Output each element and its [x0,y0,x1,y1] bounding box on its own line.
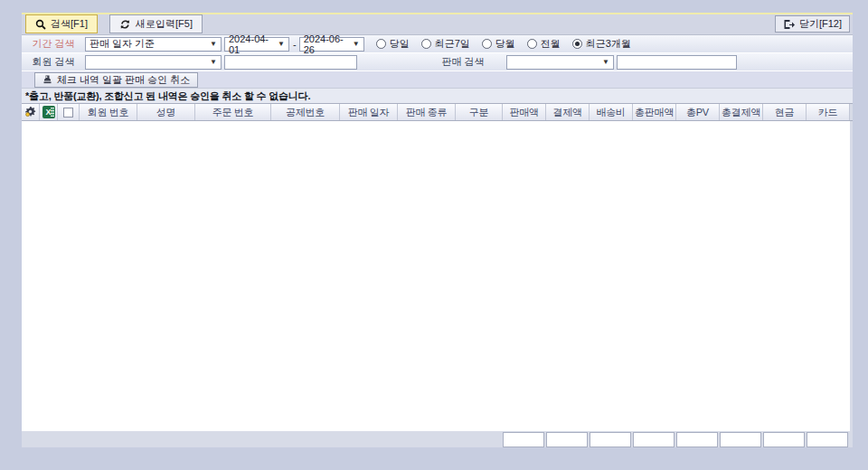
summary-cell [546,432,588,447]
select-all-cell [58,104,80,120]
period-radio-label: 전월 [541,37,561,51]
column-header[interactable]: 회원 번호 [80,104,137,120]
gear-icon [24,105,37,120]
column-header[interactable]: 현금 [763,104,807,120]
column-header[interactable]: 총결제액 [720,104,763,120]
bulk-cancel-approval-button[interactable]: 체크 내역 일괄 판매 승인 취소 [34,72,198,88]
summary-cell [676,432,718,447]
toolbar: 검색[F1] 새로입력[F5] 닫기[F12] [22,13,853,34]
sales-search-label: 판매 검색 [420,55,506,69]
date-from-select[interactable]: 2024-04-01 ▼ [224,37,289,52]
filter-block: 기간 검색 판매 일자 기준 ▼ 2024-04-01 ▼ - 2024-06-… [22,34,853,71]
table-header-columns: 회원 번호성명주문 번호공제번호판매 일자판매 종류구분판매액결제액배송비총판매… [80,104,850,120]
period-radio-2[interactable]: 당월 [482,37,515,51]
new-input-button[interactable]: 새로입력[F5] [109,14,203,33]
column-header[interactable]: 주문 번호 [195,104,271,120]
period-radio-1[interactable]: 최근7일 [421,37,470,51]
column-header[interactable]: 총판매액 [633,104,676,120]
period-radio-4[interactable]: 최근3개월 [572,37,631,51]
date-to-value: 2024-06-26 [304,33,349,55]
main-panel: 검색[F1] 새로입력[F5] 닫기[F12] 기간 검색 판매 일자 기준 ▼… [22,13,853,447]
radio-circle-icon [482,39,492,49]
search-button[interactable]: 검색[F1] [25,14,98,33]
radio-circle-icon [527,39,537,49]
period-radio-0[interactable]: 당일 [376,37,410,51]
search-button-label: 검색[F1] [51,17,88,31]
excel-export-button[interactable]: X [40,104,58,120]
date-from-value: 2024-04-01 [229,33,274,55]
stamp-icon [42,74,52,86]
period-radio-3[interactable]: 전월 [527,37,561,51]
column-header[interactable]: 총PV [676,104,720,120]
radio-circle-icon [572,39,582,49]
summary-cell [633,432,675,447]
member-search-label: 회원 검색 [22,55,85,69]
summary-cell [807,432,848,447]
column-header[interactable]: 공제번호 [271,104,340,120]
chevron-down-icon: ▼ [206,40,217,48]
member-search-select[interactable]: ▼ [85,55,222,70]
column-header[interactable]: 성명 [137,104,195,120]
close-button[interactable]: 닫기[F12] [775,15,850,33]
notice-text: *출고, 반품(교환), 조합신고 된 내역은 승인을 취소 할 수 없습니다. [22,89,310,103]
exit-icon [783,19,795,30]
bulk-cancel-approval-label: 체크 내역 일괄 판매 승인 취소 [57,73,190,87]
chevron-down-icon: ▼ [206,58,217,66]
period-radio-label: 당일 [390,37,410,51]
date-range-separator: - [293,39,297,50]
column-header[interactable]: 결제액 [546,104,590,120]
period-radio-label: 당월 [495,37,515,51]
period-type-select[interactable]: 판매 일자 기준 ▼ [85,37,222,52]
period-search-label: 기간 검색 [22,37,85,51]
chevron-down-icon: ▼ [349,40,360,48]
column-header[interactable]: 판매 일자 [340,104,398,120]
summary-cell [590,432,631,447]
period-radio-group: 당일최근7일당월전월최근3개월 [376,37,631,51]
period-radio-label: 최근3개월 [586,37,631,51]
summary-cell [763,432,805,447]
radio-circle-icon [421,39,431,49]
date-to-select[interactable]: 2024-06-26 ▼ [299,37,364,52]
excel-icon: X [42,106,55,118]
chevron-down-icon: ▼ [274,40,285,48]
select-all-checkbox[interactable] [63,108,73,118]
summary-cell [503,432,544,447]
notice-row: *출고, 반품(교환), 조합신고 된 내역은 승인을 취소 할 수 없습니다. [22,89,853,103]
period-type-value: 판매 일자 기준 [90,37,155,51]
member-search-input[interactable] [224,55,357,70]
sales-search-input[interactable] [617,55,737,70]
chevron-down-icon: ▼ [599,58,609,66]
column-header[interactable]: 구분 [456,104,503,120]
period-filter-row: 기간 검색 판매 일자 기준 ▼ 2024-04-01 ▼ - 2024-06-… [22,35,853,53]
new-input-button-label: 새로입력[F5] [136,17,193,31]
close-button-label: 닫기[F12] [799,17,842,31]
column-header[interactable]: 판매액 [503,104,546,120]
sales-search-select[interactable]: ▼ [506,55,614,70]
column-header[interactable]: 배송비 [590,104,633,120]
period-radio-label: 최근7일 [435,37,470,51]
table-header: X 회원 번호성명주문 번호공제번호판매 일자판매 종류구분판매액결제액배송비총… [22,103,853,121]
member-sales-filter-row: 회원 검색 ▼ 판매 검색 ▼ [22,53,853,71]
radio-circle-icon [376,39,386,49]
column-header[interactable]: 판매 종류 [398,104,456,120]
action-row: 체크 내역 일괄 판매 승인 취소 [22,71,853,89]
summary-row [503,432,848,447]
column-header[interactable]: 카드 [807,104,850,120]
magnifier-icon [35,19,46,30]
refresh-icon [119,19,131,30]
summary-cell [720,432,761,447]
grid-settings-button[interactable] [22,104,40,120]
table-body[interactable] [22,121,850,431]
